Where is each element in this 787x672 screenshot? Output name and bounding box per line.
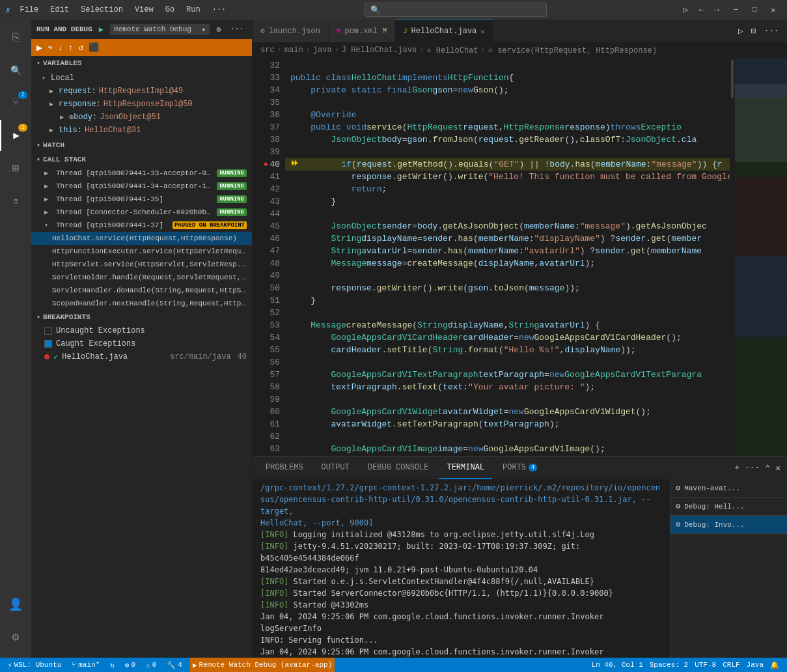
- statusbar-debug[interactable]: ▶ Remote Watch Debug (avatar-app): [190, 658, 335, 672]
- panel-tab-debug-console[interactable]: DEBUG CONSOLE: [360, 456, 437, 479]
- variables-header[interactable]: ▾ VARIABLES: [31, 56, 252, 70]
- caught-checkbox-icon[interactable]: [44, 340, 52, 348]
- stack-frame-1[interactable]: HelloChat.service(HttpRequest,HttpRespon…: [31, 232, 252, 245]
- thread-2[interactable]: ▶ Thread [qtp1500079441-34-acceptor-1@66…: [31, 180, 252, 193]
- statusbar-errors[interactable]: ⊗ 0: [122, 658, 138, 672]
- activity-test[interactable]: ⚗: [0, 185, 31, 216]
- watch-header[interactable]: ▾ WATCH: [31, 138, 252, 152]
- editor-scrollbar-thumb[interactable]: [731, 59, 734, 98]
- call-stack-header[interactable]: ▾ CALL STACK: [31, 152, 252, 167]
- activity-extensions[interactable]: ⊞: [0, 152, 31, 184]
- breadcrumb-src[interactable]: src: [260, 46, 275, 55]
- local-group[interactable]: ▾ Local: [31, 72, 252, 85]
- stack-frame-4[interactable]: ServletHolder.handle(Request,ServletRequ…: [31, 271, 252, 284]
- debug-settings-icon[interactable]: ⚙: [214, 23, 223, 36]
- panel-close-icon[interactable]: ✕: [774, 462, 782, 475]
- variable-this[interactable]: ▶ this : HelloChat@31: [31, 124, 252, 137]
- activity-search[interactable]: 🔍: [0, 55, 31, 86]
- activity-settings[interactable]: ⚙: [0, 621, 31, 652]
- thread-5[interactable]: ▾ Thread [qtp1500079441-37] PAUSED ON BR…: [31, 219, 252, 232]
- statusbar-encoding[interactable]: UTF-8: [692, 658, 719, 672]
- panel-tab-problems[interactable]: PROBLEMS: [258, 456, 311, 479]
- thread-3[interactable]: ▶ Thread [qtp1500079441-35] RUNNING: [31, 193, 252, 206]
- breadcrumb-main[interactable]: main: [284, 46, 303, 55]
- right-panel-debug-invo[interactable]: ⚙ Debug: Invo...: [670, 516, 787, 534]
- activity-run-debug[interactable]: ▶ 1: [0, 120, 31, 151]
- activity-source-control[interactable]: ⑂ 7: [0, 87, 31, 119]
- statusbar-eol[interactable]: CRLF: [720, 658, 742, 672]
- tab-hellchat-java[interactable]: J HelloChat.java ✕: [395, 20, 493, 42]
- breakpoints-header[interactable]: ▾ BREAKPOINTS: [31, 310, 252, 324]
- step-over-icon[interactable]: ↷: [48, 42, 53, 53]
- variable-body[interactable]: ▶ ⊙ body : JsonObject@51: [31, 111, 252, 124]
- statusbar-position[interactable]: Ln 40, Col 1: [589, 658, 646, 672]
- statusbar-ports[interactable]: 🔧 4: [164, 658, 185, 672]
- panel-tab-terminal[interactable]: TERMINAL: [439, 456, 492, 479]
- menu-file[interactable]: File: [14, 4, 44, 16]
- editor-scrollbar[interactable]: [730, 58, 735, 456]
- right-panel-maven[interactable]: ⚙ Maven-avat...: [670, 479, 787, 497]
- menu-run[interactable]: Run: [181, 4, 206, 16]
- panel-more-icon[interactable]: ···: [743, 462, 761, 474]
- debug-play-icon[interactable]: ▷: [680, 3, 693, 16]
- play-button[interactable]: ▶: [99, 25, 104, 35]
- debug-config-selector[interactable]: Remote Watch Debug ▾: [110, 24, 210, 35]
- tab-close-icon[interactable]: ✕: [480, 27, 485, 36]
- breadcrumb-method[interactable]: ⚛ service(HttpRequest, HttpResponse): [488, 46, 657, 55]
- activity-account[interactable]: 👤: [0, 589, 31, 620]
- tab-pom-xml[interactable]: M pom.xml M: [329, 20, 395, 42]
- breadcrumb-class[interactable]: ⚛ HelloChat: [426, 46, 478, 55]
- step-out-icon[interactable]: ↑: [68, 43, 74, 53]
- breadcrumb-java[interactable]: java: [313, 46, 332, 55]
- panel-tab-output[interactable]: OUTPUT: [314, 456, 357, 479]
- code-content[interactable]: public class HelloChat implements HttpFu…: [285, 58, 730, 456]
- activity-explorer[interactable]: ⎘: [0, 22, 31, 53]
- minimap-viewport[interactable]: [735, 84, 787, 162]
- menu-view[interactable]: View: [130, 4, 159, 16]
- minimize-button[interactable]: ─: [727, 5, 745, 16]
- stack-frame-2[interactable]: HttpFunctionExecutor.service(HttpServlet…: [31, 245, 252, 258]
- menu-edit[interactable]: Edit: [45, 4, 74, 16]
- command-palette[interactable]: 🔍: [365, 3, 547, 17]
- step-into-icon[interactable]: ↓: [58, 43, 63, 53]
- menu-go[interactable]: Go: [160, 4, 180, 16]
- statusbar-notifications[interactable]: 🔔: [767, 658, 782, 672]
- bp-hellchat[interactable]: ✓ HelloChat.java src/main/java 40: [31, 350, 252, 363]
- statusbar-warnings[interactable]: ⚠ 0: [143, 658, 159, 672]
- variable-response[interactable]: ▶ response : HttpResponseImpl@50: [31, 98, 252, 111]
- statusbar-wsl[interactable]: ⚡ WSL: Ubuntu: [5, 658, 64, 672]
- uncaught-checkbox-icon[interactable]: [44, 327, 52, 335]
- terminal-output[interactable]: /grpc-context/1.27.2/grpc-context-1.27.2…: [253, 479, 670, 658]
- menu-more[interactable]: ···: [207, 4, 232, 16]
- variable-request[interactable]: ▶ request : HttpRequestImpl@49: [31, 85, 252, 98]
- bp-caught[interactable]: Caught Exceptions: [31, 337, 252, 350]
- debug-more-icon[interactable]: ···: [227, 23, 247, 35]
- stop-icon[interactable]: ⬛: [89, 42, 99, 53]
- panel-maximize-icon[interactable]: ⌃: [764, 462, 771, 475]
- stack-frame-3[interactable]: HttpServlet.service(HttpServlet,ServletR…: [31, 258, 252, 271]
- maximize-button[interactable]: □: [746, 5, 764, 16]
- close-button[interactable]: ✕: [764, 5, 782, 16]
- stack-frame-5[interactable]: ServletHandler.doHandle(String,Request,H…: [31, 284, 252, 297]
- tab-more-icon[interactable]: ···: [762, 25, 782, 38]
- tab-split-icon[interactable]: ▷: [736, 25, 746, 38]
- stack-frame-6[interactable]: ScopedHandler.nextHandle(String,Request,…: [31, 297, 252, 310]
- statusbar-branch[interactable]: ⑂ main*: [69, 658, 102, 672]
- panel-add-icon[interactable]: +: [733, 462, 741, 474]
- right-panel-debug-hell[interactable]: ⚙ Debug: Hell...: [670, 497, 787, 516]
- bp-uncaught[interactable]: Uncaught Exceptions: [31, 324, 252, 337]
- restart-icon[interactable]: ↺: [78, 42, 83, 53]
- continue-icon[interactable]: ▶: [36, 42, 42, 54]
- statusbar-spaces[interactable]: Spaces: 2: [647, 658, 691, 672]
- panel-tab-ports[interactable]: PORTS 4: [495, 456, 545, 479]
- thread-1[interactable]: ▶ Thread [qtp1500079441-33-acceptor-0@48…: [31, 167, 252, 180]
- statusbar-language[interactable]: Java: [744, 658, 766, 672]
- nav-forward-icon[interactable]: →: [710, 4, 723, 16]
- breadcrumb-file[interactable]: J HelloChat.java: [342, 46, 417, 55]
- tab-layout-icon[interactable]: ⊟: [749, 25, 759, 38]
- nav-back-icon[interactable]: ←: [695, 4, 708, 16]
- thread-4[interactable]: ▶ Thread [Connector-Scheduler-6920b0bc-1…: [31, 206, 252, 219]
- statusbar-sync[interactable]: ↻: [107, 658, 117, 672]
- menu-selection[interactable]: Selection: [76, 4, 128, 16]
- tab-launch-json[interactable]: ⚙ launch.json: [253, 20, 329, 42]
